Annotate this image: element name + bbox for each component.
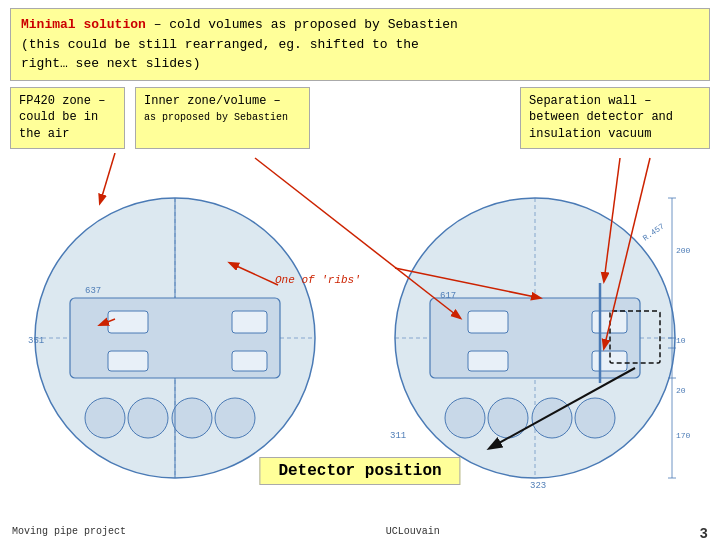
svg-line-48 xyxy=(100,153,115,203)
svg-text:323: 323 xyxy=(530,481,546,491)
svg-rect-6 xyxy=(232,311,267,333)
svg-rect-4 xyxy=(108,311,148,333)
header-text3: right… see next slides) xyxy=(21,56,200,71)
label-sep-wall: Separation wall – between detector and i… xyxy=(520,87,710,149)
svg-text:617: 617 xyxy=(440,291,456,301)
detector-position-label: Detector position xyxy=(259,457,460,485)
svg-rect-5 xyxy=(108,351,148,371)
footer-center: UCLouvain xyxy=(386,526,440,540)
svg-rect-23 xyxy=(468,311,508,333)
header-highlight: Minimal solution xyxy=(21,17,146,32)
labels-row: FP420 zone – could be in the air Inner z… xyxy=(10,87,710,149)
svg-point-29 xyxy=(532,398,572,438)
footer: Moving pipe project UCLouvain 3 xyxy=(0,526,720,540)
svg-text:351: 351 xyxy=(28,336,44,346)
footer-left: Moving pipe project xyxy=(12,526,126,540)
label-inner-zone: Inner zone/volume – as proposed by Sebas… xyxy=(135,87,310,149)
slide-container: Minimal solution – cold volumes as propo… xyxy=(0,8,720,540)
page-number: 3 xyxy=(700,526,708,540)
svg-point-11 xyxy=(215,398,255,438)
svg-text:311: 311 xyxy=(390,431,406,441)
svg-text:One of 'ribs': One of 'ribs' xyxy=(275,274,361,286)
svg-point-9 xyxy=(128,398,168,438)
svg-text:10: 10 xyxy=(676,336,686,345)
svg-text:200: 200 xyxy=(676,246,691,255)
header-box: Minimal solution – cold volumes as propo… xyxy=(10,8,710,81)
svg-point-10 xyxy=(172,398,212,438)
svg-text:170: 170 xyxy=(676,431,691,440)
header-text2: (this could be still rearranged, eg. shi… xyxy=(21,37,419,52)
svg-point-27 xyxy=(445,398,485,438)
svg-text:637: 637 xyxy=(85,286,101,296)
label-fp420: FP420 zone – could be in the air xyxy=(10,87,125,149)
svg-text:R.457: R.457 xyxy=(641,221,666,242)
drawing-area: 351 637 One of 'ribs' xyxy=(0,153,720,513)
svg-point-28 xyxy=(488,398,528,438)
svg-point-8 xyxy=(85,398,125,438)
svg-rect-24 xyxy=(468,351,508,371)
svg-point-30 xyxy=(575,398,615,438)
svg-rect-7 xyxy=(232,351,267,371)
header-text1: – cold volumes as proposed by Sebastien xyxy=(154,17,458,32)
svg-text:20: 20 xyxy=(676,386,686,395)
